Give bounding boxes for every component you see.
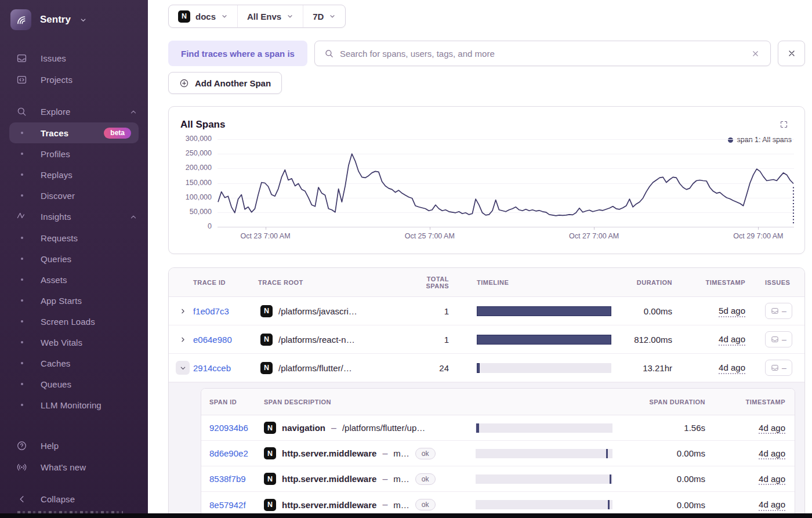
sidebar-item-web-vitals[interactable]: Web Vitals (9, 332, 139, 353)
trace-id-link[interactable]: f1e0d7c3 (193, 306, 258, 316)
beta-badge: beta (104, 128, 131, 139)
environment-selector-label: All Envs (247, 12, 281, 21)
sidebar-item-queries[interactable]: Queries (9, 248, 139, 269)
sidebar-item-label: Assets (41, 275, 67, 285)
sidebar-item-discover[interactable]: Discover (9, 185, 139, 206)
sidebar-item-caches[interactable]: Caches (9, 353, 139, 374)
main-content: N docs All Envs 7D Find traces where a s… (148, 0, 812, 518)
sidebar-item-assets[interactable]: Assets (9, 269, 139, 290)
trace-row: 2914ccebN/platforms/flutter/…2413.21hr4d… (169, 354, 804, 382)
span-duration: 1.56s (626, 423, 713, 433)
projects-icon (16, 74, 27, 85)
bullet-icon (21, 341, 23, 343)
project-selector[interactable]: N docs (169, 5, 237, 27)
span-id-link[interactable]: 8d6e90e2 (201, 448, 264, 458)
span-description: m… (393, 500, 409, 510)
sidebar-item-issues[interactable]: Issues (0, 48, 148, 69)
timeline-bar (477, 363, 611, 373)
sidebar-item-requests[interactable]: Requests (9, 227, 139, 248)
sidebar-item-llm-monitoring[interactable]: LLM Monitoring (9, 394, 139, 415)
expand-row-button[interactable] (176, 332, 190, 346)
search-input[interactable] (340, 49, 743, 59)
span-id-link[interactable]: 8e57942f (201, 500, 264, 510)
duration: 812.00ms (625, 335, 686, 345)
expanded-trace-details: SPAN IDSPAN DESCRIPTIONSPAN DURATIONTIME… (169, 382, 804, 518)
sidebar-item-queues[interactable]: Queues (9, 374, 139, 394)
x-tick-label: Oct 23 7:00 AM (240, 232, 290, 240)
timestamp: 4d ago (719, 334, 745, 344)
chevron-left-icon (16, 494, 27, 505)
org-switcher[interactable]: Sentry (10, 8, 148, 31)
bullet-icon (21, 194, 23, 197)
add-another-span-label: Add Another Span (195, 78, 271, 88)
sidebar-item-label: Caches (41, 358, 70, 368)
help-icon (16, 440, 27, 451)
trace-id-link[interactable]: 2914cceb (193, 363, 258, 373)
sidebar-item-label: Projects (41, 75, 72, 85)
bullet-icon (21, 173, 23, 176)
span-search-row: Find traces where a span is (168, 41, 805, 66)
column-header: TIMESTAMP (686, 279, 756, 286)
sidebar-item-label: LLM Monitoring (41, 400, 102, 410)
y-tick-label: 100,000 (186, 193, 212, 201)
add-another-span-button[interactable]: Add Another Span (168, 72, 282, 94)
date-range-selector[interactable]: 7D (303, 5, 345, 27)
sidebar-item-label: Discover (41, 191, 75, 201)
timestamp: 4d ago (759, 423, 785, 433)
timestamp: 4d ago (759, 448, 785, 458)
sidebar-item-insights[interactable]: Insights (0, 206, 148, 227)
span-timeline-bar (476, 449, 612, 458)
column-header: SPAN ID (201, 399, 264, 405)
x-tick-label: Oct 25 7:00 AM (405, 232, 455, 240)
brand-name: Sentry (40, 14, 71, 26)
chevron-up-icon (129, 108, 137, 116)
span-id-link[interactable]: 920934b6 (201, 423, 264, 433)
nextjs-icon: N (260, 334, 273, 346)
environment-selector[interactable]: All Envs (237, 5, 303, 27)
trace-id-link[interactable]: e064e980 (193, 335, 258, 345)
span-id-link[interactable]: 8538f7b9 (201, 474, 264, 484)
sidebar-item-label: Issues (41, 53, 66, 63)
duration: 0.00ms (625, 306, 686, 316)
sidebar-item-label: Explore (41, 107, 71, 117)
chevron-down-icon (287, 13, 293, 20)
x-tick-label: Oct 27 7:00 AM (569, 232, 619, 240)
chart-x-axis: Oct 23 7:00 AMOct 25 7:00 AMOct 27 7:00 … (217, 232, 794, 242)
clear-search-button[interactable] (749, 47, 762, 60)
span-duration: 0.00ms (626, 500, 713, 510)
span-row: 920934b6Nnavigation–/platforms/flutter/u… (201, 415, 795, 441)
span-description: m… (393, 448, 409, 458)
span-op: http.server.middleware (282, 474, 376, 484)
page-filter-bar: N docs All Envs 7D (168, 5, 346, 28)
y-tick-label: 0 (208, 222, 212, 230)
sidebar-item-help[interactable]: Help (0, 435, 148, 457)
bullet-icon (21, 320, 23, 323)
bullet-icon (21, 383, 23, 385)
chart-title: All Spans (180, 119, 225, 131)
timeline-bar (477, 306, 611, 316)
collapse-row-button[interactable] (176, 361, 190, 375)
expand-row-button[interactable] (176, 304, 190, 318)
sidebar-item-replays[interactable]: Replays (9, 164, 139, 185)
nextjs-icon: N (260, 305, 273, 317)
sidebar-item-profiles[interactable]: Profiles (9, 143, 139, 164)
y-tick-label: 300,000 (186, 135, 212, 143)
issues-count-button[interactable]: – (765, 303, 792, 319)
issues-count-button[interactable]: – (765, 360, 792, 376)
sidebar-item-screen-loads[interactable]: Screen Loads (9, 311, 139, 332)
expand-chart-icon[interactable] (780, 120, 788, 131)
sidebar-item-app-starts[interactable]: App Starts (9, 290, 139, 311)
sidebar-item-projects[interactable]: Projects (0, 69, 148, 90)
sidebar-footer: HelpWhat's newCollapse (0, 435, 148, 510)
sidebar-item-whats-new[interactable]: What's new (0, 457, 148, 478)
plus-circle-icon (179, 78, 189, 88)
issues-count-button[interactable]: – (765, 331, 792, 347)
sidebar-item-explore[interactable]: Explore (0, 101, 148, 122)
y-tick-label: 150,000 (186, 179, 212, 187)
sidebar-collapse-button[interactable]: Collapse (0, 488, 148, 510)
sidebar-item-label: Collapse (41, 494, 75, 504)
timestamp: 4d ago (719, 363, 745, 372)
remove-span-condition-button[interactable] (778, 41, 805, 66)
timestamp: 5d ago (719, 306, 745, 316)
sidebar-item-traces[interactable]: Tracesbeta (9, 122, 139, 143)
